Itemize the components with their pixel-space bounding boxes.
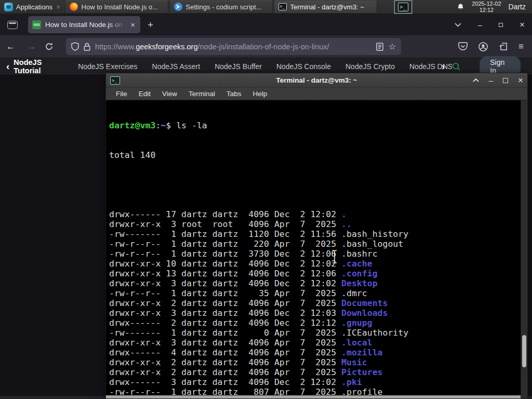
terminal-output-line: drwxr-xr-x 3 dartz dartz 4096 Dec 2 12:0… (109, 278, 527, 288)
terminal-output-line: drwxr-xr-x 3 dartz dartz 4096 Dec 2 12:0… (109, 308, 527, 318)
taskbar-button-firefox[interactable]: How to Install Node.js o... (65, 1, 168, 14)
terminal-output-line: drwxr-xr-x 2 dartz dartz 4096 Apr 7 2025… (109, 298, 527, 308)
text-cursor-pointer (331, 250, 338, 263)
terminal-close-button[interactable]: × (518, 78, 523, 83)
terminal-menu-item[interactable]: Edit (133, 90, 156, 98)
terminal-output-line: drwxr-xr-x 2 dartz dartz 4096 Apr 7 2025… (109, 357, 527, 367)
menu-hamburger-icon[interactable]: ≡ (518, 42, 524, 52)
site-nav-item[interactable]: NodeJS Crypto (345, 62, 395, 71)
terminal-scrollbar-thumb[interactable] (522, 335, 526, 367)
terminal-output-line: -rw------- 1 dartz dartz 0 Apr 7 2025 .I… (109, 328, 527, 338)
site-nav-item[interactable]: NodeJS Assert (152, 62, 201, 71)
codium-icon (174, 3, 182, 11)
geeksforgeeks-favicon: GG (32, 20, 41, 29)
list-all-tabs-icon[interactable] (455, 23, 461, 27)
site-nav-active-item[interactable]: NodeJS Tutorial (14, 58, 64, 75)
site-nav-item[interactable]: NodeJS DNS (409, 62, 452, 71)
tab-close-icon[interactable]: × (129, 20, 136, 29)
terminal-icon: >_ (110, 76, 120, 85)
window-minimize-button[interactable]: – (478, 20, 482, 29)
nav-scroll-left-icon[interactable]: ‹ (0, 61, 14, 72)
terminal-maximize-button[interactable] (503, 78, 508, 83)
clock[interactable]: 2025-12-02 12:12 (472, 1, 501, 13)
notification-bell-icon[interactable] (457, 3, 464, 11)
terminal-output-line: drwx------ 3 dartz dartz 4096 Dec 2 12:0… (109, 377, 527, 387)
top-panel: Applications ≡ How to Install Node.js o.… (0, 0, 532, 14)
terminal-output[interactable]: dartz@vm3:~$ ls -la total 140 drwx------… (106, 100, 527, 398)
terminal-output-line: drwxr-xr-x 2 dartz dartz 4096 Apr 7 2025… (109, 367, 527, 377)
taskbar-label: Terminal - dartz@vm3: ~ (290, 3, 364, 11)
search-icon[interactable] (452, 62, 461, 72)
site-nav-items: NodeJS ExercisesNodeJS AssertNodeJS Buff… (78, 62, 452, 71)
terminal-total-line: total 140 (109, 150, 527, 160)
browser-tab-active[interactable]: GG How to Install Node.js on × (28, 16, 140, 33)
new-tab-button[interactable]: + (148, 19, 153, 31)
taskbar-button-terminal[interactable]: >_ Terminal - dartz@vm3: ~ (274, 1, 377, 14)
distro-logo-icon (4, 3, 13, 11)
forward-button[interactable]: → (21, 42, 43, 52)
terminal-output-line: drwx------ 2 dartz dartz 4096 Dec 2 12:1… (109, 318, 527, 328)
extensions-icon[interactable] (499, 42, 508, 51)
terminal-title-bar[interactable]: >_ Terminal - dartz@vm3: ~ – × (106, 73, 527, 87)
terminal-menu-item[interactable]: File (110, 90, 133, 98)
terminal-menu-item[interactable]: Help (247, 90, 273, 98)
nav-scroll-right-icon[interactable]: › (442, 61, 445, 72)
terminal-icon: >_ (278, 3, 287, 10)
tracking-shield-icon[interactable] (71, 42, 79, 51)
terminal-output-line: -rw-r--r-- 1 dartz dartz 220 Apr 7 2025 … (109, 239, 527, 249)
bookmark-star-icon[interactable]: ☆ (389, 42, 396, 51)
firefox-view-icon[interactable] (7, 21, 18, 29)
pocket-icon[interactable] (458, 42, 468, 51)
terminal-output-line: drwxr-xr-x 3 dartz dartz 4096 Apr 7 2025… (109, 338, 527, 348)
site-nav-item[interactable]: NodeJS Console (276, 62, 331, 71)
terminal-output-line: drwx------ 17 dartz dartz 4096 Dec 2 12:… (109, 209, 527, 219)
terminal-shade-button[interactable] (473, 78, 479, 82)
terminal-listing: drwx------ 17 dartz dartz 4096 Dec 2 12:… (109, 180, 527, 398)
terminal-menu-item[interactable]: Tabs (221, 90, 247, 98)
taskbar-label: Settings - codium script... (186, 3, 262, 11)
user-menu[interactable]: Dartz (509, 3, 528, 11)
terminal-window: >_ Terminal - dartz@vm3: ~ – × FileEditV… (105, 73, 528, 399)
firefox-icon (70, 3, 78, 11)
reader-mode-icon[interactable] (376, 43, 383, 51)
terminal-output-line: drwxr-xr-x 10 dartz dartz 4096 Dec 2 12:… (109, 259, 527, 269)
tab-title: How to Install Node.js on (45, 21, 125, 29)
reload-button[interactable] (45, 42, 54, 51)
terminal-menu-item[interactable]: View (156, 90, 183, 98)
tray-terminal-icon[interactable]: >_ (394, 1, 412, 14)
window-restore-button[interactable] (499, 23, 503, 27)
applications-menu-button[interactable]: Applications ≡ (0, 0, 64, 14)
terminal-window-title: Terminal - dartz@vm3: ~ (106, 76, 527, 84)
terminal-output-line: -rw-r--r-- 1 dartz dartz 3730 Dec 2 12:0… (109, 249, 527, 259)
terminal-icon: >_ (398, 3, 408, 11)
window-close-button[interactable]: × (520, 22, 525, 28)
clock-time: 12:12 (472, 7, 501, 13)
terminal-scrollbar[interactable] (521, 100, 527, 398)
account-icon[interactable] (478, 42, 488, 51)
site-nav-item[interactable]: NodeJS Exercises (78, 62, 137, 71)
terminal-output-line: -rw-r--r-- 1 dartz dartz 35 Apr 7 2025 .… (109, 288, 527, 298)
terminal-command: ls -la (176, 121, 207, 130)
terminal-minimize-button[interactable]: – (489, 76, 493, 85)
clock-date: 2025-12-02 (472, 1, 501, 7)
url-bar[interactable]: https://www.geeksforgeeks.org/node-js/in… (66, 38, 401, 55)
browser-tab-bar: GG How to Install Node.js on × + – × (0, 14, 532, 35)
back-button[interactable]: ← (0, 42, 21, 52)
taskbar-label: How to Install Node.js o... (82, 3, 158, 11)
terminal-prompt-line: dartz@vm3:~$ ls -la (109, 121, 527, 130)
terminal-output-line: drwxr-xr-x 3 root root 4096 Apr 7 2025 .… (109, 219, 527, 229)
browser-navigation-toolbar: ← → https://www.geeksforgeeks.org/node-j… (0, 35, 532, 58)
terminal-menu-bar: FileEditViewTerminalTabsHelp (106, 87, 527, 100)
terminal-bottom-edge (106, 395, 527, 398)
taskbar-button-codium[interactable]: Settings - codium script... (169, 1, 273, 14)
url-text: https://www.geeksforgeeks.org/node-js/in… (95, 43, 371, 51)
terminal-output-line: drwxr-xr-x 13 dartz dartz 4096 Dec 2 12:… (109, 269, 527, 278)
panel-right: 2025-12-02 12:12 Dartz (457, 1, 532, 13)
site-nav-item[interactable]: NodeJS Buffer (215, 62, 262, 71)
terminal-output-line: drwx------ 4 dartz dartz 4096 Apr 7 2025… (109, 348, 527, 357)
grip-icon: ≡ (57, 4, 59, 10)
applications-label: Applications (16, 3, 52, 11)
lock-icon[interactable] (84, 43, 90, 51)
terminal-menu-item[interactable]: Terminal (183, 90, 221, 98)
terminal-output-line: -rw------- 1 dartz dartz 1120 Dec 2 11:5… (109, 229, 527, 239)
